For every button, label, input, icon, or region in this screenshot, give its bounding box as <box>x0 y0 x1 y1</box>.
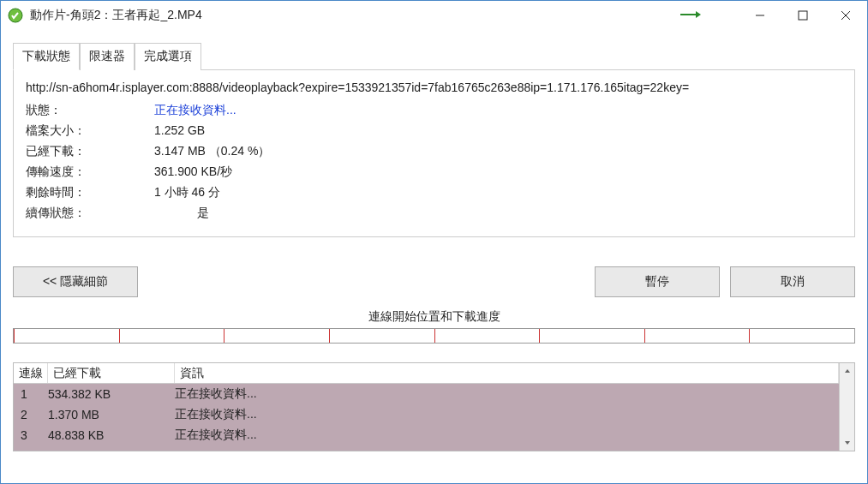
minimize-button[interactable] <box>739 1 781 30</box>
progress-segment-marker <box>14 329 15 343</box>
speed-value: 361.900 KB/秒 <box>154 164 842 180</box>
status-label: 狀態： <box>26 103 154 118</box>
table-row[interactable]: 348.838 KB正在接收資料... <box>14 425 839 445</box>
filesize-label: 檔案大小： <box>26 123 154 139</box>
segmented-progress-bar <box>13 328 855 344</box>
progress-segment-marker <box>434 329 435 343</box>
filesize-value: 1.252 GB <box>154 123 842 139</box>
maximize-button[interactable] <box>781 1 824 30</box>
cell-downloaded: 1.370 MB <box>48 408 175 421</box>
cell-downloaded: 534.382 KB <box>48 387 175 401</box>
cell-info: 正在接收資料... <box>175 407 839 422</box>
scroll-down-icon[interactable] <box>840 435 854 451</box>
content-area: 下載狀態 限速器 完成選項 http://sn-a6hom4r.isplayer… <box>1 30 867 483</box>
tab-download-status[interactable]: 下載狀態 <box>13 43 80 70</box>
pause-button[interactable]: 暫停 <box>595 266 720 297</box>
cell-info: 正在接收資料... <box>175 427 839 443</box>
resume-value: 是 <box>154 206 842 221</box>
app-icon <box>8 8 23 23</box>
close-button[interactable] <box>824 1 867 30</box>
cancel-button[interactable]: 取消 <box>730 266 855 297</box>
transfer-animation-icon <box>679 9 704 23</box>
grid-header: 連線 已經下載 資訊 <box>14 363 839 384</box>
progress-segment-marker <box>644 329 645 343</box>
cell-info: 正在接收資料... <box>175 386 839 402</box>
connections-grid: 連線 已經下載 資訊 1534.382 KB正在接收資料...21.370 MB… <box>13 362 855 451</box>
svg-rect-1 <box>799 11 807 20</box>
window-controls <box>739 1 867 30</box>
col-header-downloaded[interactable]: 已經下載 <box>48 363 175 383</box>
scrollbar[interactable] <box>839 363 854 451</box>
window-title: 動作片-角頭2：王者再起_2.MP4 <box>30 8 202 23</box>
grid-body: 1534.382 KB正在接收資料...21.370 MB正在接收資料...34… <box>14 384 839 451</box>
status-panel: http://sn-a6hom4r.isplayer.com:8888/vide… <box>13 70 855 237</box>
tab-speed-limiter[interactable]: 限速器 <box>80 43 135 70</box>
progress-caption: 連線開始位置和下載進度 <box>13 309 855 325</box>
cell-n: 1 <box>14 387 48 401</box>
progress-segment-marker <box>749 329 750 343</box>
col-header-info[interactable]: 資訊 <box>175 363 839 383</box>
cell-n: 2 <box>14 408 48 421</box>
remaining-label: 剩餘時間： <box>26 185 154 200</box>
hide-details-button[interactable]: << 隱藏細節 <box>13 266 138 297</box>
downloaded-label: 已經下載： <box>26 144 154 159</box>
tab-options-on-complete[interactable]: 完成選項 <box>135 43 201 70</box>
speed-label: 傳輸速度： <box>26 164 154 180</box>
table-row[interactable]: 1534.382 KB正在接收資料... <box>14 384 839 404</box>
status-value: 正在接收資料... <box>154 103 842 118</box>
stats-grid: 狀態： 正在接收資料... 檔案大小： 1.252 GB 已經下載： 3.147… <box>26 103 842 221</box>
download-url: http://sn-a6hom4r.isplayer.com:8888/vide… <box>26 81 842 94</box>
downloaded-value: 3.147 MB （0.24 %） <box>154 144 842 159</box>
button-row: << 隱藏細節 暫停 取消 <box>13 266 855 297</box>
remaining-value: 1 小時 46 分 <box>154 185 842 200</box>
titlebar: 動作片-角頭2：王者再起_2.MP4 <box>1 1 867 30</box>
col-header-n[interactable]: 連線 <box>14 363 48 383</box>
tab-bar: 下載狀態 限速器 完成選項 <box>13 42 855 70</box>
cell-n: 3 <box>14 428 48 442</box>
progress-segment-marker <box>224 329 224 343</box>
scroll-up-icon[interactable] <box>840 363 854 379</box>
table-row[interactable]: 21.370 MB正在接收資料... <box>14 404 839 425</box>
download-progress-window: 動作片-角頭2：王者再起_2.MP4 下載狀態 限速器 完成選項 http://… <box>0 0 868 484</box>
cell-downloaded: 48.838 KB <box>48 428 175 442</box>
resume-label: 續傳狀態： <box>26 206 154 221</box>
progress-segment-marker <box>329 329 330 343</box>
progress-segment-marker <box>119 329 120 343</box>
progress-segment-marker <box>539 329 540 343</box>
